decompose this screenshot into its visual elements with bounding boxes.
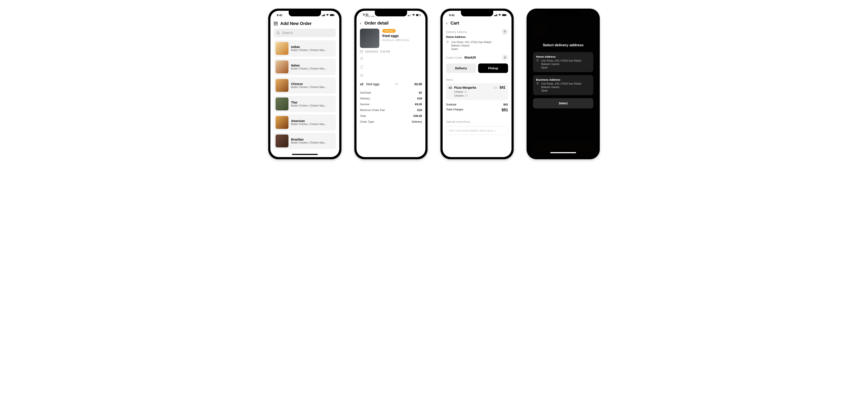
svg-rect-25 [496, 14, 496, 16]
location-icon [536, 82, 539, 85]
category-thumb [276, 42, 288, 55]
category-thumb [276, 79, 288, 92]
category-item[interactable]: IndianButter Chicken, Chicken Mas... [274, 40, 336, 57]
address-modal: Select delivery address Home Address Can… [529, 43, 598, 108]
back-icon[interactable]: ‹ [446, 21, 447, 26]
home-indicator[interactable] [292, 154, 318, 155]
status-bar: 9:41 [270, 11, 339, 19]
clear-coupon-button[interactable] [502, 55, 508, 60]
svg-rect-0 [321, 15, 322, 16]
address-line: Spain [451, 48, 491, 51]
delivery-toggle[interactable]: Delivery [446, 63, 476, 73]
search-icon [276, 31, 280, 35]
edit-address-button[interactable] [502, 29, 508, 35]
category-name: Brazilian [291, 138, 327, 141]
total-value: €30.20 [413, 114, 422, 118]
phone-cart: 9:41 ‹ Cart Delivery Address Home Addres… [440, 9, 514, 159]
total-label: Order Type: [360, 120, 375, 123]
category-sub: Butter Chicken, Chicken Mas... [291, 67, 327, 70]
svg-point-34 [537, 60, 538, 61]
note-input[interactable]: Add a note (extra napkins, extra sause..… [446, 126, 508, 135]
address-line: Balearic Islands [451, 44, 491, 47]
line-total: €2.00 [414, 83, 422, 86]
svg-rect-29 [506, 14, 507, 15]
status-time: 9:41 [277, 13, 282, 17]
svg-point-30 [505, 31, 505, 32]
category-name: Thai [291, 101, 327, 104]
category-name: Indian [291, 45, 327, 49]
address-line: Balearic Islands [541, 63, 581, 66]
category-thumb [276, 116, 288, 129]
search-input[interactable]: Search [274, 29, 336, 37]
svg-rect-10 [409, 15, 409, 16]
svg-rect-16 [360, 51, 363, 53]
page-title: Add New Order [280, 21, 312, 26]
coupon-label: Cupon Code: [446, 56, 463, 59]
address-name: Home Address [446, 35, 508, 38]
svg-rect-23 [494, 15, 495, 16]
category-item[interactable]: BrazilianButter Chicken, Chicken Mas... [274, 133, 336, 149]
category-name: Chinese [291, 82, 327, 86]
phone-select-address: Select delivery address Home Address Can… [527, 9, 600, 159]
close-icon [504, 56, 506, 59]
phone-order-detail: 5:31 Alfred Deli... ‹ Order detail Deliv… [354, 9, 428, 159]
total-value: €0.20 [415, 103, 422, 106]
mail-icon [360, 73, 422, 78]
address-option[interactable]: Home Address Can Rotas, S/N, 07816 San R… [533, 52, 593, 72]
category-sub: Butter Chicken, Chicken Mas... [291, 49, 327, 52]
line-qty: x2 [360, 83, 363, 86]
line-name: fried eggs [366, 83, 379, 86]
breadcrumb-back[interactable]: Alfred Deli... [365, 15, 376, 18]
cart-item[interactable]: x1 Pizza Margarita $35 $41 Cheese$2 Chic… [446, 83, 508, 100]
order-date: 03/09/2020 [365, 50, 378, 53]
back-icon[interactable]: ‹ [360, 21, 362, 26]
svg-rect-6 [334, 14, 335, 15]
address-name: Business Address [536, 78, 590, 81]
total-value: $51 [502, 108, 508, 112]
total-value: €18 [417, 97, 422, 100]
category-item[interactable]: ThaiButter Chicken, Chicken Mas... [274, 96, 336, 112]
category-item[interactable]: ItalianButter Chicken, Chicken Mas... [274, 59, 336, 75]
wifi-icon [412, 14, 415, 16]
wifi-icon [498, 14, 501, 16]
svg-rect-9 [408, 15, 408, 16]
menu-grid-icon[interactable] [274, 22, 278, 26]
select-button[interactable]: Select [533, 98, 593, 108]
booking-id: Booking ID: AIBB5OZpBq [382, 39, 409, 41]
svg-rect-24 [495, 15, 495, 16]
svg-rect-11 [409, 14, 410, 16]
location-icon [536, 59, 539, 62]
total-label: Minimum Order Fee [360, 108, 385, 112]
category-list: IndianButter Chicken, Chicken Mas... Ita… [274, 40, 336, 149]
address-option[interactable]: Business Address Can Rotas, S/N, 07816 S… [533, 75, 593, 95]
svg-rect-14 [416, 14, 418, 16]
svg-point-22 [362, 68, 362, 68]
section-label: Delivery Address [446, 30, 467, 34]
pickup-toggle[interactable]: Pickup [478, 63, 508, 73]
svg-rect-26 [496, 14, 497, 16]
section-label: Special instructions [446, 120, 508, 123]
home-indicator[interactable] [550, 152, 576, 153]
item-addon: Cheese$2 [454, 90, 505, 93]
total-label: Delivery [360, 97, 370, 100]
section-label: Items [446, 78, 508, 81]
wifi-icon [326, 14, 329, 16]
coupon-value: Black25 [465, 56, 476, 59]
category-item[interactable]: ChineseButter Chicken, Chicken Mas... [274, 77, 336, 94]
status-icons [321, 14, 335, 16]
signal-icon [494, 14, 497, 16]
status-icons [494, 14, 507, 16]
category-item[interactable]: AmericanButter Chicken, Chicken Mas... [274, 114, 336, 131]
address-name: Home Address [536, 55, 590, 58]
svg-rect-15 [420, 14, 421, 15]
status-icons [408, 14, 421, 16]
line-unit: €1 [396, 83, 398, 86]
battery-icon [416, 14, 421, 16]
category-thumb [276, 134, 288, 148]
svg-rect-2 [323, 14, 324, 16]
total-label: SubTotal [360, 91, 371, 94]
order-item-name: fried eggs [382, 34, 409, 38]
svg-rect-12 [410, 14, 411, 16]
svg-point-35 [537, 83, 538, 84]
modal-title: Select delivery address [533, 43, 593, 48]
